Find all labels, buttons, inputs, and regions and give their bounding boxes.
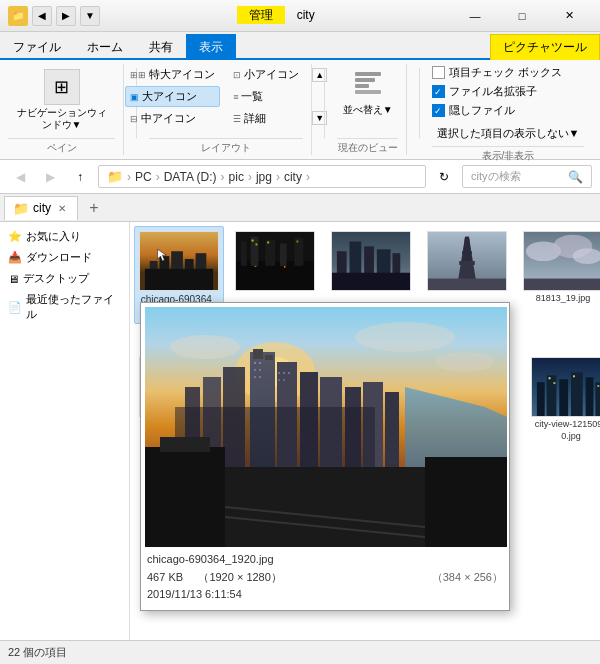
sidebar-item-downloads[interactable]: 📥 ダウンロード [4,247,125,268]
ribbon-group-showhide: 項目チェック ボックス ✓ ファイル名拡張子 ✓ 隠しファイル 選択した項目の表… [432,64,592,155]
file-item-tower[interactable] [422,226,512,298]
sort-icon [350,67,386,103]
svg-rect-61 [597,385,599,387]
download-icon: 📥 [8,251,22,264]
ribbon-group-pane: ⊞ ナビゲーションウィンドウ▼ ペイン [8,64,124,155]
back-button[interactable]: ◀ [8,165,32,189]
thumb-sky [523,231,600,291]
svg-point-67 [435,352,495,372]
file-tab-city[interactable]: 📁 city ✕ [4,196,78,220]
quick-access-down[interactable]: ▼ [80,6,100,26]
file-tab-icon: 📁 [13,201,29,216]
view-filename: city-view-12150920.jpg [531,419,600,442]
sort-group-label: 現在のビュー [337,138,398,155]
checkbox-row-hidden[interactable]: ✓ 隠しファイル [432,102,585,119]
star-icon: ⭐ [8,230,22,243]
medium-icon-btn[interactable]: ⊟ 中アイコン [125,108,220,129]
path-data[interactable]: DATA (D:) [164,170,217,184]
desktop-label: デスクトップ [23,271,89,286]
tab-picture-tools[interactable]: ピクチャツール [490,34,600,60]
quick-access-forward[interactable]: ▶ [56,6,76,26]
minimize-button[interactable]: — [452,0,498,32]
file-tab-close[interactable]: ✕ [55,201,69,215]
sidebar-item-recent[interactable]: 📄 最近使ったファイル [4,289,125,325]
pane-content: ⊞ ナビゲーションウィンドウ▼ [8,64,115,136]
sidebar-item-favorites[interactable]: ⭐ お気に入り [4,226,125,247]
checkbox-row-item-check[interactable]: 項目チェック ボックス [432,64,585,81]
navigation-pane-button[interactable]: ⊞ ナビゲーションウィンドウ▼ [8,64,115,136]
forward-button[interactable]: ▶ [38,165,62,189]
address-bar: ◀ ▶ ↑ 📁 › PC › DATA (D:) › pic › jpg › c… [0,160,600,194]
title-bar: 📁 ◀ ▶ ▼ 管理 city — □ ✕ [0,0,600,32]
refresh-button[interactable]: ↻ [432,165,456,189]
favorites-label: お気に入り [26,229,81,244]
sort-btn[interactable]: 並べ替え▼ [338,64,398,120]
svg-rect-83 [259,362,261,364]
list-icon: ≡ [233,92,238,102]
svg-rect-20 [280,243,287,265]
selected-items-btn[interactable]: 選択した項目の表示しない▼ [432,123,585,144]
svg-rect-55 [571,372,583,416]
quick-access-back[interactable]: ◀ [32,6,52,26]
path-jpg[interactable]: jpg [256,170,272,184]
tab-home[interactable]: ホーム [74,34,136,60]
svg-rect-87 [259,376,261,378]
sidebar-item-desktop[interactable]: 🖥 デスクトップ [4,268,125,289]
new-tab-button[interactable]: + [82,196,106,220]
path-city[interactable]: city [284,170,302,184]
file-item-sky[interactable]: 81813_19.jpg [518,226,600,310]
preview-size-dims: 467 KB （1920 × 1280） （384 × 256） [147,569,503,587]
svg-rect-32 [332,273,410,291]
folder-icon: 📁 [8,6,28,26]
sidebar: ⭐ お気に入り 📥 ダウンロード 🖥 デスクトップ 📄 最近使ったファイル [0,222,130,640]
large-icon-icon: ▣ [130,92,139,102]
file-item-canary[interactable] [326,226,416,298]
layout-col-1: ⊞⊞ 特大アイコン ▣ 大アイコン ⊟ 中アイコン [125,64,220,129]
address-path[interactable]: 📁 › PC › DATA (D:) › pic › jpg › city › [98,165,426,188]
path-pc[interactable]: PC [135,170,152,184]
tab-share[interactable]: 共有 [136,34,186,60]
item-check-checkbox[interactable] [432,66,445,79]
hidden-checkbox[interactable]: ✓ [432,104,445,117]
list-btn[interactable]: ≡ 一覧 [228,86,304,107]
search-box[interactable]: cityの検索 🔍 [462,165,592,188]
file-grid: chicago-690364_1920.jpg [130,222,600,640]
preview-size: 467 KB [147,571,183,583]
tab-view[interactable]: 表示 [186,34,236,60]
svg-rect-84 [254,369,256,371]
main-area: ⭐ お気に入り 📥 ダウンロード 🖥 デスクトップ 📄 最近使ったファイル [0,222,600,640]
desktop-icon: 🖥 [8,273,19,285]
small-icon-label: 小アイコン [244,67,299,82]
close-button[interactable]: ✕ [546,0,592,32]
maximize-button[interactable]: □ [499,0,545,32]
path-pic[interactable]: pic [229,170,244,184]
separator-path-5: › [276,170,280,184]
up-button[interactable]: ↑ [68,165,92,189]
separator-path-1: › [127,170,131,184]
svg-rect-59 [553,382,555,384]
small-icon-btn[interactable]: ⊡ 小アイコン [228,64,304,85]
thumb-night [235,231,315,291]
file-item-view[interactable]: city-view-12150920.jpg [526,352,600,447]
hidden-label: 隠しファイル [449,103,515,118]
extra-large-icon-btn[interactable]: ⊞⊞ 特大アイコン [125,64,220,85]
title-text: city [297,8,315,22]
svg-rect-17 [241,242,247,266]
preview-thumb-size: （384 × 256） [432,569,503,587]
svg-rect-52 [537,382,545,416]
svg-rect-88 [278,372,280,374]
file-item-night[interactable] [230,226,320,298]
svg-rect-43 [524,279,600,291]
large-icon-btn[interactable]: ▣ 大アイコン [125,86,220,107]
medium-icon-label: 中アイコン [141,111,196,126]
checkbox-row-extension[interactable]: ✓ ファイル名拡張子 [432,83,585,100]
detail-btn[interactable]: ☰ 詳細 [228,108,304,129]
extension-checkbox[interactable]: ✓ [432,85,445,98]
tab-file[interactable]: ファイル [0,34,74,60]
detail-label: 詳細 [244,111,266,126]
status-bar: 22 個の項目 [0,640,600,664]
item-count: 22 個の項目 [8,645,67,660]
svg-rect-1 [355,78,375,82]
preview-filename: chicago-690364_1920.jpg [147,551,503,569]
pane-group-label: ペイン [8,138,115,155]
